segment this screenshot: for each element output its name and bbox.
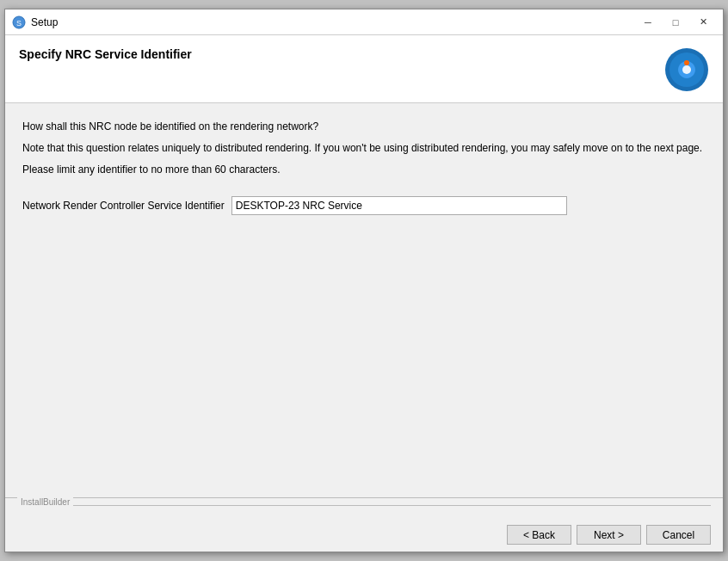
back-button[interactable]: < Back — [507, 525, 571, 545]
title-bar-title: Setup — [31, 16, 58, 28]
footer-group-label: InstallBuilder — [17, 497, 73, 507]
cancel-button[interactable]: Cancel — [646, 525, 711, 545]
setup-icon: S — [12, 15, 26, 29]
svg-point-5 — [684, 60, 689, 65]
info-line2: Note that this question relates uniquely… — [22, 140, 706, 157]
header-section: Specify NRC Service Identifier — [5, 35, 723, 103]
minimize-button[interactable]: ─ — [635, 14, 661, 31]
service-identifier-input[interactable] — [231, 196, 567, 215]
title-bar: S Setup ─ □ ✕ — [5, 9, 723, 35]
svg-point-4 — [682, 65, 691, 74]
setup-window: S Setup ─ □ ✕ Specify NRC Service Identi… — [4, 9, 724, 552]
info-line1: How shall this NRC node be identified on… — [22, 119, 706, 135]
form-row: Network Render Controller Service Identi… — [22, 196, 706, 215]
next-button[interactable]: Next > — [577, 525, 641, 545]
title-bar-left: S Setup — [12, 15, 58, 29]
close-button[interactable]: ✕ — [690, 14, 716, 31]
title-bar-controls: ─ □ ✕ — [635, 14, 716, 31]
info-line3: Please limit any identifier to no more t… — [22, 162, 706, 178]
content-area: How shall this NRC node be identified on… — [5, 103, 723, 497]
svg-text:S: S — [16, 19, 22, 28]
app-logo — [664, 47, 709, 92]
footer-buttons: < Back Next > Cancel — [17, 525, 711, 545]
footer: InstallBuilder < Back Next > Cancel — [5, 497, 723, 552]
form-label: Network Render Controller Service Identi… — [22, 200, 225, 212]
maximize-button[interactable]: □ — [663, 14, 688, 31]
header-title: Specify NRC Service Identifier — [19, 47, 192, 61]
